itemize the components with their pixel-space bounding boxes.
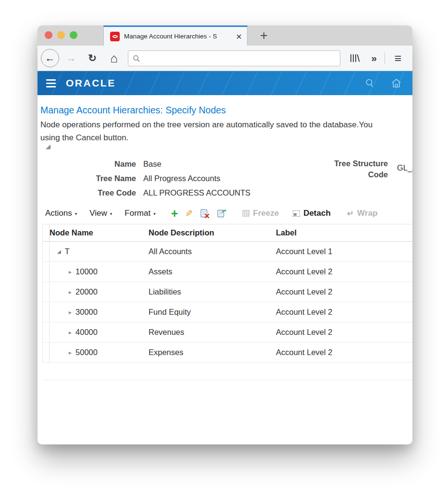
freeze-grid-icon — [242, 210, 249, 217]
collapsed-node-icon[interactable]: ▸ — [69, 289, 72, 295]
field-label-tree-name: Tree Name — [40, 174, 136, 183]
zoom-window-button[interactable] — [70, 31, 77, 39]
field-label-name: Name — [40, 160, 136, 169]
node-description: Liabilities — [149, 287, 276, 296]
node-label: Account Level 1 — [276, 247, 412, 256]
actions-menu[interactable]: Actions ▾ — [45, 209, 77, 218]
page-description-line2: using the Cancel button. — [40, 133, 128, 143]
node-name: T — [65, 247, 70, 256]
app-header: ORACLE — [37, 71, 412, 95]
detach-button[interactable]: Detach — [293, 209, 331, 218]
node-name: 10000 — [75, 267, 98, 276]
close-window-button[interactable] — [45, 31, 52, 39]
table-footer-strip — [42, 363, 412, 380]
table-row[interactable]: ▸ 30000 Fund Equity Account Level 2 — [42, 302, 412, 322]
table-row[interactable]: ▸ 10000 Assets Account Level 2 — [42, 262, 412, 282]
tab-close-icon[interactable]: × — [235, 32, 243, 41]
column-header-node-name[interactable]: Node Name — [50, 228, 149, 237]
node-name: 30000 — [75, 308, 98, 317]
page-content: Manage Account Hierarchies: Specify Node… — [37, 95, 412, 444]
table-row[interactable]: ▸ 40000 Revenues Account Level 2 — [42, 322, 412, 343]
node-name: 40000 — [75, 328, 98, 337]
node-name: 20000 — [75, 287, 98, 296]
edit-icon[interactable]: ✎ — [185, 208, 193, 219]
page-title: Manage Account Hierarchies: Specify Node… — [40, 105, 226, 116]
row-selector-gutter[interactable] — [42, 282, 50, 302]
address-bar[interactable] — [128, 50, 340, 66]
minimize-window-button[interactable] — [57, 31, 65, 39]
node-label: Account Level 2 — [276, 308, 412, 317]
browser-tab[interactable]: Manage Account Hierarchies - S × — [103, 25, 248, 46]
node-description: Fund Equity — [149, 308, 276, 317]
expand-node-icon[interactable]: ◢ — [57, 249, 61, 254]
collapsed-node-icon[interactable]: ▸ — [69, 309, 72, 316]
collapsed-node-icon[interactable]: ▸ — [69, 269, 72, 275]
browser-home-button[interactable]: ⌂ — [105, 46, 123, 71]
oracle-favicon-icon — [110, 32, 120, 41]
field-value-name: Base — [143, 160, 162, 169]
format-menu[interactable]: Format ▾ — [124, 209, 155, 218]
app-search-icon[interactable] — [365, 78, 375, 88]
field-label-tree-structure-code: Tree Structure Code — [301, 158, 388, 180]
node-name: 50000 — [75, 348, 98, 357]
view-menu[interactable]: View ▾ — [89, 209, 112, 218]
row-selector-gutter — [42, 224, 50, 241]
forward-button[interactable]: → — [62, 46, 80, 71]
column-header-label[interactable]: Label — [276, 228, 412, 237]
collapsed-node-icon[interactable]: ▸ — [69, 329, 72, 336]
node-description: Expenses — [149, 348, 276, 357]
table-row[interactable]: ▸ 20000 Liabilities Account Level 2 — [42, 282, 412, 302]
field-value-tree-code: ALL PROGRESS ACCOUNTS — [143, 188, 250, 197]
table-row[interactable]: ▸ 50000 Expenses Account Level 2 — [42, 343, 412, 363]
browser-window: Manage Account Hierarchies - S × + ← → ↻… — [37, 25, 412, 444]
page-description-line1: Node operations performed on the tree ve… — [40, 120, 373, 130]
chevron-down-icon: ▾ — [153, 210, 156, 216]
hamburger-menu-button[interactable]: ≡ — [388, 46, 408, 71]
field-value-tree-name: All Progress Accounts — [143, 174, 221, 183]
tab-title: Manage Account Hierarchies - S — [124, 33, 235, 40]
screenshot-canvas: Manage Account Hierarchies - S × + ← → ↻… — [0, 0, 448, 492]
collapse-region-icon[interactable]: ◢ — [46, 143, 50, 150]
wrap-return-icon: ↵ — [347, 209, 354, 219]
node-label: Account Level 2 — [276, 348, 412, 357]
move-icon[interactable] — [217, 209, 226, 218]
row-selector-gutter[interactable] — [42, 322, 50, 342]
row-selector-gutter[interactable] — [42, 242, 50, 261]
node-description: Assets — [149, 267, 276, 276]
chevron-down-icon: ▾ — [110, 210, 112, 216]
delete-icon[interactable] — [200, 209, 210, 218]
freeze-button: Freeze — [242, 209, 279, 218]
window-controls — [45, 31, 77, 39]
node-description: Revenues — [149, 328, 276, 337]
refresh-button[interactable]: ↻ — [84, 46, 101, 71]
new-tab-button[interactable]: + — [255, 25, 273, 46]
node-tree-table: Node Name Node Description Label ◢ T All… — [42, 224, 412, 380]
node-label: Account Level 2 — [276, 267, 412, 276]
oracle-logo: ORACLE — [66, 77, 116, 89]
chevron-down-icon: ▾ — [75, 210, 77, 216]
app-menu-icon[interactable] — [46, 79, 56, 87]
row-selector-gutter[interactable] — [42, 302, 50, 322]
collapsed-node-icon[interactable]: ▸ — [69, 349, 72, 356]
detach-window-icon — [293, 210, 300, 217]
row-selector-gutter[interactable] — [42, 343, 50, 362]
node-label: Account Level 2 — [276, 287, 412, 296]
wrap-button: ↵ Wrap — [347, 209, 377, 219]
column-header-node-description[interactable]: Node Description — [149, 228, 276, 237]
app-home-icon[interactable] — [391, 78, 402, 88]
library-icon[interactable] — [347, 46, 363, 71]
browser-toolbar: ← → ↻ ⌂ » ≡ — [37, 46, 412, 71]
field-label-tree-code: Tree Code — [40, 188, 136, 197]
node-label: Account Level 2 — [276, 328, 412, 337]
address-bar-input[interactable] — [144, 55, 336, 62]
back-button[interactable]: ← — [39, 46, 61, 71]
search-icon — [133, 55, 140, 62]
toolbar-divider — [385, 52, 385, 64]
add-icon[interactable]: + — [171, 209, 178, 218]
overflow-chevrons-icon[interactable]: » — [366, 46, 382, 71]
table-row[interactable]: ◢ T All Accounts Account Level 1 — [42, 242, 412, 262]
back-arrow-icon: ← — [41, 49, 59, 67]
row-selector-gutter[interactable] — [42, 262, 50, 282]
node-description: All Accounts — [149, 247, 276, 256]
tab-bar: Manage Account Hierarchies - S × + — [37, 25, 412, 46]
